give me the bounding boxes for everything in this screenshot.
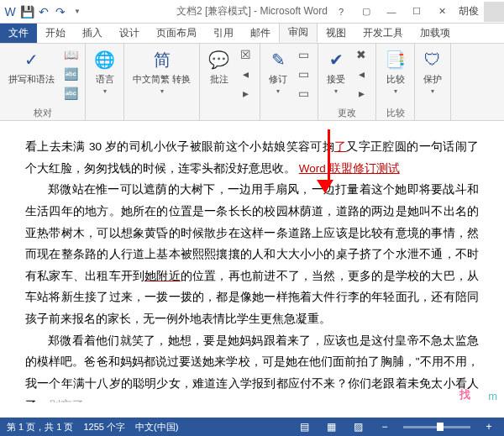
status-bar: 第 1 页，共 1 页 1255 个字 中文(中国) ▤ ▦ ▨ − + (0, 418, 504, 436)
new-comment-button[interactable]: 💬 批注 (205, 45, 233, 87)
tab-file[interactable]: 文件 (0, 24, 37, 43)
tracked-text[interactable]: 她附近 (144, 270, 181, 282)
title-bar: W 💾 ↶ ↷ ▼ 文档2 [兼容模式] - Microsoft Word ? … (0, 0, 504, 24)
qat-dropdown-icon[interactable]: ▼ (71, 5, 84, 18)
zoom-slider[interactable] (403, 426, 470, 428)
zoom-out-icon[interactable]: − (376, 420, 393, 433)
document-area[interactable]: 看上去未满 30 岁的司机小伙子被眼前这个小姑娘笑容可掬了又字正腔圆的一句话闹了… (0, 121, 504, 402)
spelling-button[interactable]: ✓ 拼写和语法 (5, 45, 58, 87)
tab-references[interactable]: 引用 (205, 24, 242, 43)
annotation-arrow (323, 129, 333, 193)
tab-view[interactable]: 视图 (318, 24, 354, 43)
reviewing-pane-icon[interactable]: ▭ (294, 84, 312, 102)
help-icon[interactable]: ? (329, 3, 353, 20)
accept-button[interactable]: ✔ 接受▾ (323, 45, 349, 98)
delete-comment-icon[interactable]: ☒ (236, 45, 255, 64)
language-icon: 🌐 (94, 47, 115, 72)
zoom-in-icon[interactable]: + (480, 420, 497, 433)
spelling-icon: ✓ (24, 47, 39, 72)
display-select-icon[interactable]: ▭ (294, 45, 312, 64)
view-web-icon[interactable]: ▨ (349, 420, 366, 433)
track-icon: ✎ (271, 47, 286, 72)
chinese-convert-button[interactable]: 简 中文简繁 转换▾ (129, 45, 194, 98)
word-icon: W (3, 5, 17, 18)
save-icon[interactable]: 💾 (20, 5, 34, 18)
group-changes: ✔ 接受▾ ✖ ◂ ▸ 更改 (318, 44, 376, 120)
group-protect: 🛡 保护▾ (415, 44, 451, 120)
paragraph-2[interactable]: 郑微站在惟一可以遮荫的大树下，一边用手扇风，一边打量着这个她即将要战斗和生活四年… (25, 179, 479, 329)
paragraph-3[interactable]: 郑微看着他们就笑了，她想，要是她妈妈跟着来了，应该也是这付皇帝不急太监急的模样吧… (25, 330, 479, 402)
ribbon-tabs: 文件 开始 插入 设计 页面布局 引用 邮件 审阅 视图 开发工具 加载项 (0, 24, 504, 44)
accept-icon: ✔ (329, 47, 344, 72)
protect-icon: 🛡 (424, 47, 441, 72)
group-chinese: 简 中文简繁 转换▾ (124, 44, 200, 120)
tab-layout[interactable]: 页面布局 (148, 24, 205, 43)
compare-icon: 📑 (385, 47, 406, 72)
compare-button[interactable]: 📑 比较▾ (381, 45, 409, 98)
next-change-icon[interactable]: ▸ (352, 84, 370, 102)
revision-link[interactable]: Word 联盟修订测试 (299, 162, 400, 175)
group-compare: 📑 比较▾ 比较 (376, 44, 415, 120)
tab-mailings[interactable]: 邮件 (242, 24, 279, 43)
status-page[interactable]: 第 1 页，共 1 页 (7, 421, 73, 433)
thesaurus-icon[interactable]: 📖 (61, 45, 80, 64)
close-icon[interactable]: ✕ (430, 3, 454, 20)
show-markup-icon[interactable]: ▭ (294, 65, 312, 83)
group-comments: 💬 批注 ☒ ◂ ▸ (200, 44, 260, 120)
avatar[interactable] (484, 2, 504, 22)
view-read-icon[interactable]: ▤ (296, 420, 312, 433)
user-name[interactable]: 胡俊 (455, 4, 482, 18)
comment-icon: 💬 (208, 47, 229, 72)
tab-insert[interactable]: 插入 (74, 24, 111, 43)
ribbon-display-icon[interactable]: ▢ (354, 3, 378, 20)
minimize-icon[interactable]: — (380, 3, 403, 20)
maximize-icon[interactable]: ☐ (405, 3, 428, 20)
window-title: 文档2 [兼容模式] - Microsoft Word (176, 4, 328, 18)
prev-change-icon[interactable]: ◂ (352, 65, 370, 83)
tab-addins[interactable]: 加载项 (412, 24, 459, 43)
tab-developer[interactable]: 开发工具 (354, 24, 412, 43)
tab-review[interactable]: 审阅 (279, 22, 318, 43)
view-print-icon[interactable]: ▦ (323, 420, 339, 433)
redo-icon[interactable]: ↷ (54, 5, 67, 18)
group-tracking: ✎ 修订▾ ▭ ▭ ▭ (260, 44, 318, 120)
ribbon: ✓ 拼写和语法 📖 🔤 🔤 校对 🌐 语言▾ 简 中文简繁 转换▾ 💬 批注 (0, 44, 504, 121)
next-comment-icon[interactable]: ▸ (236, 84, 255, 102)
document-content[interactable]: 看上去未满 30 岁的司机小伙子被眼前这个小姑娘笑容可掬了又字正腔圆的一句话闹了… (25, 136, 479, 402)
status-language[interactable]: 中文(中国) (135, 421, 178, 433)
status-wordcount[interactable]: 1255 个字 (83, 421, 125, 433)
tab-home[interactable]: 开始 (37, 24, 74, 43)
group-proofing: ✓ 拼写和语法 📖 🔤 🔤 校对 (0, 44, 86, 120)
wordcount-icon[interactable]: 🔤 (61, 65, 80, 83)
group-language: 🌐 语言▾ (86, 44, 124, 120)
define-icon[interactable]: 🔤 (61, 84, 80, 102)
paragraph-1[interactable]: 看上去未满 30 岁的司机小伙子被眼前这个小姑娘笑容可掬了又字正腔圆的一句话闹了… (25, 136, 479, 179)
reject-icon[interactable]: ✖ (352, 45, 370, 64)
protect-button[interactable]: 🛡 保护▾ (420, 45, 445, 98)
overlay-text-red: 找 (459, 387, 470, 402)
language-button[interactable]: 🌐 语言▾ (91, 45, 118, 98)
tab-design[interactable]: 设计 (111, 24, 148, 43)
undo-icon[interactable]: ↶ (37, 5, 50, 18)
tracked-insertion[interactable]: 了 (334, 140, 346, 153)
track-changes-button[interactable]: ✎ 修订▾ (265, 45, 291, 98)
overlay-text-teal: m (488, 390, 497, 402)
chinese-convert-icon: 简 (154, 47, 171, 72)
prev-comment-icon[interactable]: ◂ (236, 65, 255, 83)
